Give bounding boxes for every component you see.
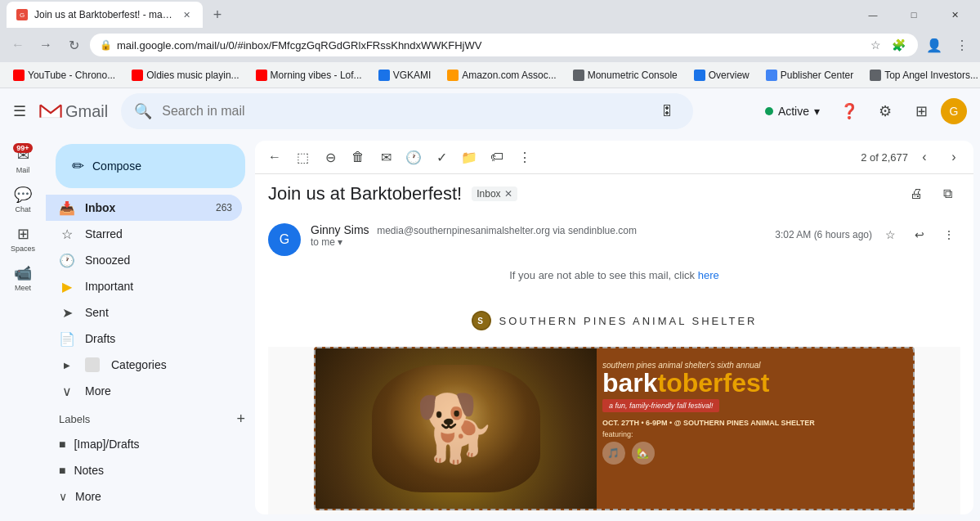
- email-body: G Ginny Sims media@southernpinesanimalsh…: [255, 210, 973, 514]
- archive-button[interactable]: ⬚: [289, 144, 315, 170]
- active-tab[interactable]: G Join us at Barktoberfest! - marsh... ✕: [7, 2, 203, 28]
- star-button[interactable]: ☆: [879, 223, 902, 246]
- delete-button[interactable]: 🗑: [345, 144, 371, 170]
- snooze-button[interactable]: 🕐: [401, 144, 427, 170]
- bookmark-overview[interactable]: Overview: [687, 66, 756, 84]
- categories-expand-icon: ▶: [59, 361, 75, 370]
- bookmark-overview-label: Overview: [709, 70, 750, 81]
- monumetric-favicon: [573, 70, 584, 81]
- sender-name-row: Ginny Sims media@southernpinesanimalshel…: [311, 223, 765, 236]
- bookmarks-bar: YouTube - Chrono... Oldies music playin.…: [0, 62, 980, 88]
- mark-unread-button[interactable]: ✉: [373, 144, 399, 170]
- search-bar[interactable]: 🔍 🎛: [121, 93, 693, 129]
- back-to-inbox-button[interactable]: ←: [262, 144, 288, 170]
- url-actions: ☆ 🧩: [866, 35, 908, 55]
- tab-close-button[interactable]: ✕: [180, 8, 193, 21]
- hamburger-menu[interactable]: ☰: [3, 95, 36, 128]
- move-to-button[interactable]: 📁: [456, 144, 482, 170]
- extensions-icon[interactable]: 🧩: [888, 35, 908, 55]
- sidebar-item-meet[interactable]: 📹 Meet: [0, 259, 46, 297]
- apps-button[interactable]: ⊞: [905, 95, 937, 128]
- compose-button[interactable]: ✏ Compose: [56, 144, 245, 188]
- bookmark-topangel[interactable]: Top Angel Investors...: [863, 66, 980, 84]
- lock-icon: 🔒: [100, 39, 112, 51]
- bookmark-publisher[interactable]: Publisher Center: [759, 66, 860, 84]
- bookmark-vgkami[interactable]: VGKAMI: [372, 66, 438, 84]
- forward-button[interactable]: →: [34, 34, 57, 56]
- youtube-favicon: [13, 70, 25, 81]
- print-button[interactable]: 🖨: [903, 181, 929, 207]
- sidebar-item-categories[interactable]: ▶ Categories: [46, 352, 242, 378]
- search-input[interactable]: [162, 104, 644, 119]
- shelter-header: S SOUTHERN PINES ANIMAL SHELTER: [268, 294, 960, 347]
- remove-inbox-tag-button[interactable]: ✕: [504, 188, 512, 200]
- bookmark-monumetric-label: Monumetric Console: [588, 70, 678, 81]
- important-label: Important: [85, 280, 232, 293]
- sidebar-item-important[interactable]: ▶ Important: [46, 273, 242, 299]
- sidebar-label-imap-drafts[interactable]: ■ [Imap]/Drafts: [46, 431, 242, 457]
- settings-button[interactable]: ⚙: [869, 95, 902, 128]
- bookmark-oldies[interactable]: Oldies music playin...: [125, 66, 245, 84]
- spam-button[interactable]: ⊖: [317, 144, 343, 170]
- badge-1-icon: 🎵: [607, 447, 620, 459]
- next-email-button[interactable]: ›: [941, 144, 967, 170]
- new-tab-button[interactable]: +: [206, 3, 229, 26]
- sidebar-label-notes[interactable]: ■ Notes: [46, 457, 242, 483]
- sidebar-item-drafts[interactable]: 📄 Drafts: [46, 326, 242, 352]
- email-subject: Join us at Barktoberfest!: [268, 183, 462, 204]
- sender-email-display: media@southernpinesanimalshelter.org via…: [377, 225, 637, 236]
- sidebar-item-chat[interactable]: 💬 Chat: [0, 181, 46, 218]
- bookmark-morning[interactable]: Morning vibes - Lof...: [249, 66, 369, 84]
- labels-header: Labels +: [46, 404, 255, 431]
- sender-via: sendinblue.com: [568, 225, 637, 236]
- more-email-actions-button[interactable]: ⋮: [937, 223, 960, 246]
- profile-button[interactable]: 👤: [923, 34, 946, 56]
- user-avatar[interactable]: G: [941, 98, 967, 124]
- bookmark-amazon[interactable]: Amazon.com Assoc...: [441, 66, 562, 84]
- sidebar-item-snoozed[interactable]: 🕐 Snoozed: [46, 247, 242, 273]
- sidebar-item-more[interactable]: ∨ More: [46, 378, 242, 404]
- shelter-name: SOUTHERN PINES ANIMAL SHELTER: [499, 315, 758, 327]
- maximize-button[interactable]: □: [895, 2, 933, 28]
- notes-label: Notes: [74, 464, 104, 477]
- back-button[interactable]: ←: [7, 34, 29, 56]
- sidebar-item-mail[interactable]: ✉ 99+ Mail: [0, 141, 46, 179]
- sidebar-item-sent[interactable]: ➤ Sent: [46, 299, 242, 326]
- bookmark-icon[interactable]: ☆: [866, 35, 885, 55]
- notice-link[interactable]: here: [698, 269, 719, 281]
- minimize-button[interactable]: —: [854, 2, 892, 28]
- banner-title-part2: toberfest: [657, 368, 769, 397]
- sidebar-label-more[interactable]: ∨ More: [46, 483, 242, 510]
- reload-button[interactable]: ↻: [62, 34, 85, 56]
- add-label-button[interactable]: +: [236, 411, 245, 428]
- prev-email-button[interactable]: ‹: [911, 144, 937, 170]
- email-notice: If you are not able to see this mail, cl…: [268, 263, 960, 294]
- bookmark-monumetric[interactable]: Monumetric Console: [566, 66, 684, 84]
- banner-title: barktoberfest: [602, 370, 897, 396]
- reply-button[interactable]: ↩: [908, 223, 931, 246]
- sidebar-item-inbox[interactable]: 📥 Inbox 263: [46, 195, 242, 221]
- new-window-button[interactable]: ⧉: [934, 181, 960, 207]
- bookmark-amazon-label: Amazon.com Assoc...: [462, 70, 556, 81]
- label-button[interactable]: 🏷: [484, 144, 510, 170]
- vgkami-favicon: [378, 70, 390, 81]
- drafts-icon: 📄: [59, 331, 75, 347]
- recipient-expand-icon[interactable]: ▾: [338, 236, 342, 248]
- close-button[interactable]: ✕: [936, 2, 973, 28]
- add-to-tasks-button[interactable]: ✓: [428, 144, 454, 170]
- more-options-button[interactable]: ⋮: [512, 144, 538, 170]
- starred-label: Starred: [85, 227, 232, 240]
- sidebar-item-spaces[interactable]: ⊞ Spaces: [0, 220, 46, 258]
- more-labels-expand-icon: ∨: [59, 490, 67, 503]
- sidebar-item-starred[interactable]: ☆ Starred: [46, 221, 242, 247]
- sender-avatar: G: [268, 223, 301, 256]
- labels-title: Labels: [59, 413, 90, 425]
- status-button[interactable]: Active ▾: [755, 100, 830, 123]
- bookmark-youtube[interactable]: YouTube - Chrono...: [7, 66, 122, 84]
- help-button[interactable]: ❓: [833, 95, 866, 128]
- url-bar[interactable]: 🔒 mail.google.com/mail/u/0/#inbox/FMfcgz…: [90, 34, 918, 56]
- browser-menu-button[interactable]: ⋮: [951, 34, 973, 56]
- gmail-logo: Gmail: [39, 100, 108, 123]
- search-filter-button[interactable]: 🎛: [654, 98, 680, 124]
- imap-drafts-label: [Imap]/Drafts: [74, 438, 139, 451]
